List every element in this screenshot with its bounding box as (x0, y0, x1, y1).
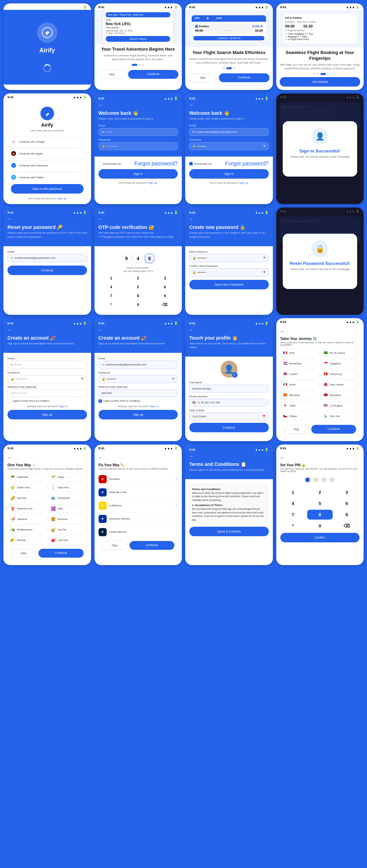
dest-london[interactable]: 🇬🇧London (280, 370, 319, 379)
key-3[interactable]: 3 (152, 274, 178, 282)
continue-button[interactable]: Continue (128, 70, 178, 79)
signin-button[interactable]: Sign in (99, 169, 178, 179)
dest-barcelona[interactable]: 🇪🇸Barcelona (280, 391, 319, 400)
continue-button[interactable]: Continue (219, 73, 269, 82)
back-button[interactable]: ← (7, 327, 87, 332)
google-login-button[interactable]: G Continue with Google (7, 137, 87, 147)
pin-key-5[interactable]: 5 (307, 499, 333, 508)
key-8[interactable]: 8 (125, 292, 151, 300)
back-button[interactable]: ← (99, 102, 178, 108)
key-star[interactable]: * (99, 301, 124, 309)
skip-button[interactable]: Skip (189, 73, 217, 82)
pin-key-8[interactable]: 8 (307, 510, 333, 520)
avatar-edit-icon[interactable]: ✎ (232, 372, 238, 378)
apple-login-button[interactable]: 🍎 Continue with Apple (7, 148, 87, 159)
new-password-input[interactable]: 🔒 •••••••••• 👁 (189, 254, 269, 262)
dob-input[interactable]: 12/27/1995 📅 (189, 413, 269, 420)
save-password-button[interactable]: Save New Password (189, 280, 269, 289)
forgot-password-link[interactable]: Forgot password? (225, 161, 268, 167)
back-button[interactable]: ← (280, 455, 360, 460)
twitter-login-button[interactable]: 𝕏 Continue with Twitter (7, 172, 87, 182)
meal-glutenfree[interactable]: 🌾Gluten-Free (7, 483, 46, 492)
pin-key-1[interactable]: 1 (280, 487, 306, 497)
back-button[interactable]: ← (99, 327, 178, 332)
skip-button[interactable]: Skip (11, 549, 36, 558)
referral-input[interactable]: Referral Code (7, 389, 87, 397)
key-6[interactable]: 6 (152, 283, 178, 291)
terms-checkbox[interactable] (7, 399, 11, 403)
back-button[interactable]: ← (189, 453, 269, 459)
back-button[interactable]: ← (99, 455, 178, 460)
skip-button[interactable]: Skip (98, 70, 126, 79)
back-button[interactable]: ← (189, 102, 269, 108)
key-7[interactable]: 7 (99, 292, 124, 300)
back-button[interactable]: ← (99, 216, 178, 222)
pin-key-3[interactable]: 3 (334, 487, 360, 497)
remember-checkbox[interactable]: ✓ (189, 162, 193, 165)
continue-button[interactable]: Continue (38, 549, 83, 558)
dest-la[interactable]: 🇺🇸Los Angeles (321, 401, 360, 410)
airline-lufthansa[interactable]: ✈ Lufthansa ✓ (99, 499, 178, 512)
email-input[interactable]: ✉ andrew.ainsley@yourdomain.com (7, 254, 87, 262)
continue-button[interactable]: Continue (129, 541, 174, 550)
dest-singapore[interactable]: 🇸🇬Singapore (321, 359, 360, 368)
meal-lowcarb[interactable]: 🥩Low-Carb (48, 536, 87, 545)
meal-mexican[interactable]: 🌮Mexican (7, 536, 46, 545)
dest-prague[interactable]: 🇨🇿Prague (280, 412, 319, 421)
pin-key-4[interactable]: 4 (280, 499, 306, 508)
phone-input[interactable]: 🇺🇸 +1 55 467 378 399 (189, 399, 269, 406)
pin-key-backspace[interactable]: ⌫ (334, 521, 360, 531)
otp-digit-3[interactable]: 6 (145, 254, 154, 263)
continue-button[interactable]: Continue (189, 423, 269, 432)
password-input[interactable]: 🔒 Password (99, 142, 178, 150)
email-input[interactable]: ✉ andrew.ainsley@yourdomain.com (99, 361, 178, 369)
pin-key-9[interactable]: 9 (334, 510, 360, 520)
skip-button[interactable]: Skip (284, 425, 309, 434)
meal-seafoodlover[interactable]: 🦞Seafood Lover (7, 504, 46, 513)
meal-vegan[interactable]: 🌱Vegan (48, 473, 87, 482)
skip-button[interactable]: Skip (102, 541, 127, 550)
agree-button[interactable]: Agree & Continue (189, 527, 269, 536)
meal-halal[interactable]: ☪️Halal (48, 504, 87, 513)
dest-tokyo[interactable]: 🇯🇵Tokyo (280, 401, 319, 410)
dest-amsterdam[interactable]: 🇳🇱Amsterdam (280, 359, 319, 368)
facebook-login-button[interactable]: f Continue with Facebook (7, 160, 87, 170)
meal-pescatarian[interactable]: 🐟Pescatarian (48, 494, 87, 503)
key-4[interactable]: 4 (99, 283, 124, 291)
dest-maui[interactable]: 🌺Maui, Hawaii (321, 380, 360, 389)
key-9[interactable]: 9 (152, 292, 178, 300)
meal-nutfree[interactable]: 🥜Nut-Free (7, 494, 46, 503)
fullname-input[interactable]: Andrew Ainsley (189, 385, 269, 393)
forgot-password-link[interactable]: Forgot password? (134, 161, 178, 167)
meal-dairyfree[interactable]: 🥛Dairy-Free (48, 483, 87, 492)
otp-digit-1[interactable]: 9 (122, 254, 131, 263)
confirm-password-input[interactable]: 🔒 ••••••••• 👁 (189, 268, 269, 276)
dest-marrakech[interactable]: 🇲🇦Marrakech (321, 391, 360, 400)
signup-link[interactable]: Sign up (148, 181, 157, 184)
signin-link[interactable]: Sign in (150, 405, 158, 408)
meal-mediterranean[interactable]: 🫒Mediterranean (7, 525, 46, 534)
key-1[interactable]: 1 (99, 274, 124, 282)
signin-link[interactable]: Sign in (59, 405, 67, 408)
dest-rio[interactable]: 🇧🇷Rio de Janeiro (321, 349, 360, 358)
email-input[interactable]: ✉ andrew.ainsley@yourdomain.com (189, 128, 269, 136)
signup-link[interactable]: Sign up (57, 197, 66, 200)
dest-rome[interactable]: 🇮🇹Rome (280, 380, 319, 389)
pin-key-2[interactable]: 2 (307, 487, 333, 497)
airline-united[interactable]: ✈ United Airlines (99, 526, 178, 539)
signup-button[interactable]: Sign up (7, 410, 87, 419)
remember-checkbox[interactable] (99, 162, 102, 165)
otp-digit-2[interactable]: 4 (133, 254, 143, 263)
meal-japanese[interactable]: 🍜Japanese (7, 515, 46, 524)
pin-key-star[interactable]: * (280, 521, 306, 531)
back-button[interactable]: ← (7, 455, 87, 460)
pin-key-0[interactable]: 0 (307, 521, 333, 531)
password-input[interactable]: 🔒 Password 👁 (7, 375, 87, 383)
key-0[interactable]: 0 (125, 301, 151, 309)
meal-vegetarian[interactable]: 🥗Vegetarian (7, 473, 46, 482)
dest-hongkong[interactable]: 🇭🇰Hong Kong (321, 370, 360, 379)
meal-american[interactable]: 🍔American (48, 515, 87, 524)
signup-button[interactable]: Sign up (99, 410, 178, 419)
continue-button[interactable]: Continue (311, 425, 356, 434)
airline-emirates[interactable]: ✈ Emirates ✓ (99, 473, 178, 486)
